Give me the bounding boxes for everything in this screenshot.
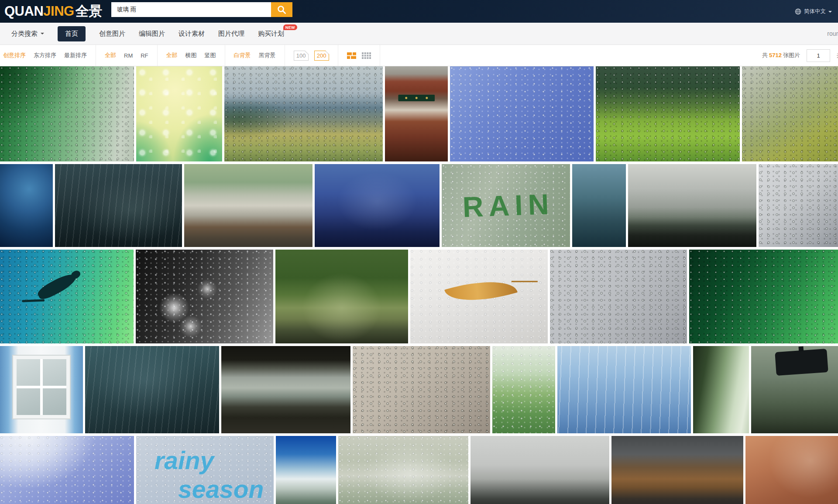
masonry-view-icon [347,52,356,59]
image-thumbnail-winter-tree-gradient-sky[interactable] [276,436,336,504]
username[interactable]: rouro [827,23,838,45]
image-thumbnail-silver-drops-glass[interactable] [550,250,687,343]
page-number-input[interactable] [807,49,830,62]
image-thumbnail-city-through-rainy-glass[interactable] [338,436,468,504]
logo-chinese: 全景 [76,2,102,21]
masonry-view-button[interactable] [347,52,356,59]
grid-row-5: rainyseason [0,436,838,504]
new-badge: NEW [283,24,297,30]
image-thumbnail-beige-drops-macro[interactable] [353,346,490,433]
results-suffix: 张图片 [783,52,800,58]
grid-view-icon [362,52,371,59]
grid-row-2: RAIN [0,164,838,247]
filter-option-RF[interactable]: RF [141,52,148,59]
nav-item-design-assets[interactable]: 设计素材 [179,30,205,38]
image-thumbnail-blue-dawn-windshield[interactable] [315,164,440,247]
grid-view-button[interactable] [362,52,371,59]
image-thumbnail-rearview-mirror-rainy[interactable] [751,346,838,433]
image-thumbnail-teal-windshield-rain[interactable] [85,346,219,433]
image-thumbnail-forest-track-windshield[interactable] [275,250,408,343]
site-logo[interactable]: QUANJING全景 [4,2,102,21]
search-button[interactable] [271,2,292,17]
filter-option-白背景[interactable]: 白背景 [234,51,251,59]
nav-item-label: 编辑图片 [139,30,165,38]
filter-group-background: 白背景黑背景 [225,45,285,66]
nav-item-label: 首页 [65,30,78,38]
image-thumbnail-rain-written-on-foggy-glass[interactable]: RAIN [442,164,570,247]
image-thumbnail-blue-suds-on-glass[interactable] [0,436,134,504]
filter-group-sort: 创意排序东方排序最新排序 [0,45,96,66]
image-thumbnail-car-on-wet-road[interactable] [55,164,182,247]
nav-item-image-agency[interactable]: 图片代理 [218,30,244,38]
filter-option-全部[interactable]: 全部 [166,51,178,59]
image-thumbnail-olive-drops-glass[interactable] [742,66,838,161]
image-thumbnail-yellow-bokeh-drops[interactable] [136,66,222,161]
view-mode-group [338,45,380,66]
search-input[interactable] [111,2,271,17]
nav-item-editorial-images[interactable]: 编辑图片 [139,30,165,38]
image-thumbnail-green-field-wet-glass[interactable] [596,66,740,161]
sign-shape [398,95,435,101]
filter-option-最新排序[interactable]: 最新排序 [64,51,87,59]
image-thumbnail-bare-tree-blue-sky[interactable] [572,164,626,247]
image-thumbnail-green-wet-glass[interactable] [0,66,134,161]
page-size-100[interactable]: 100 [294,51,309,61]
image-thumbnail-car-rear-window-interior[interactable] [221,346,350,433]
image-thumbnail-country-road-power-lines[interactable] [628,164,756,247]
filter-option-全部[interactable]: 全部 [105,51,116,59]
filter-option-竖图[interactable]: 竖图 [205,51,216,59]
image-thumbnail-lomo-house-silhouette[interactable] [0,164,53,247]
filter-option-黑背景[interactable]: 黑背景 [259,51,276,59]
image-thumbnail-green-blur-through-window[interactable] [693,346,749,433]
results-number: 5712 [769,52,782,58]
image-thumbnail-gecko-on-wet-glass[interactable] [0,250,134,343]
image-thumbnail-cafe-terrace[interactable] [184,164,313,247]
image-thumbnail-rust-windshield-wiper[interactable] [745,436,838,504]
filter-option-东方排序[interactable]: 东方排序 [34,51,56,59]
image-thumbnail-blue-window-rain-streaks[interactable] [557,346,691,433]
grid-row-4 [0,346,838,433]
leaf-shape [444,271,518,312]
image-thumbnail-meadow-wet-window[interactable] [492,346,555,433]
image-thumbnail-suburban-road-rain[interactable] [471,436,609,504]
nav-item-creative-images[interactable]: 创意图片 [99,30,125,38]
logo-quan: QUAN [4,3,43,19]
nav-item-label: 创意图片 [99,30,125,38]
nav-item-label: 图片代理 [218,30,244,38]
image-thumbnail-emerald-drops-glass[interactable] [689,250,838,343]
globe-icon [795,8,801,15]
filter-option-创意排序[interactable]: 创意排序 [3,51,26,59]
image-thumbnail-mono-drops-bokeh[interactable] [136,250,273,343]
results-count: 共5712张图片 [762,51,800,59]
search-icon [277,5,286,14]
logo-jing: JING [43,3,74,19]
nav-item-home[interactable]: 首页 [58,26,86,41]
mirror-shape [775,349,828,376]
nav-item-purchase-plans[interactable]: 购买计划NEW [258,30,284,38]
image-thumbnail-window-blue-curtains[interactable] [0,346,83,433]
grid-row-3 [0,250,838,343]
filter-option-横图[interactable]: 横图 [185,51,197,59]
nav-items: 分类搜索首页创意图片编辑图片设计素材图片代理购买计划NEW [11,26,298,41]
photo-text-overlay: rainyseason [136,436,274,504]
filter-group-license: 全部RMRF [96,45,158,66]
image-thumbnail-autumn-valley-rainy-window[interactable] [224,66,383,161]
site-header: QUANJING全景 简体中文 [0,0,838,23]
image-grid: RAINrainyseason [0,66,838,504]
language-switcher[interactable]: 简体中文 [795,0,832,23]
window-frame [13,356,69,418]
image-thumbnail-chinese-pavilion-door[interactable] [385,66,448,161]
nav-item-category-search[interactable]: 分类搜索 [11,30,44,38]
image-thumbnail-container-truck-bridge[interactable] [611,436,743,504]
image-thumbnail-blue-condensation[interactable] [450,66,594,161]
image-thumbnail-rainy-season-written-glass[interactable]: rainyseason [136,436,274,504]
nav-item-label: 分类搜索 [11,30,38,38]
page-size-200[interactable]: 200 [314,51,329,61]
image-thumbnail-grey-raindrops-glass[interactable] [759,164,838,247]
filter-option-RM[interactable]: RM [124,52,133,59]
grid-row-1 [0,66,838,161]
image-thumbnail-autumn-leaf-on-misty-glass[interactable] [410,250,548,343]
filter-group-orientation: 全部横图竖图 [158,45,225,66]
gecko-shape [35,271,79,302]
photo-text-overlay: RAIN [442,164,570,247]
